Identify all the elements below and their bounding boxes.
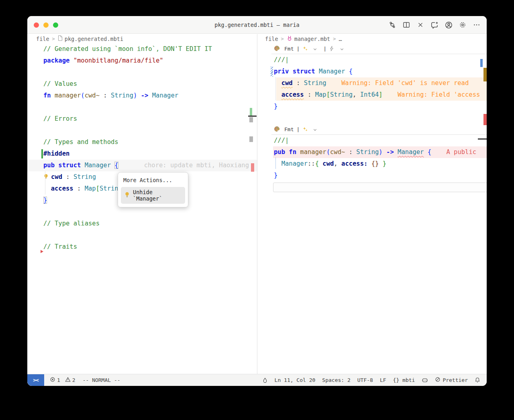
chevron-down-icon bbox=[340, 46, 347, 52]
code-token: String bbox=[73, 173, 96, 181]
code-line[interactable]: #hidden bbox=[27, 148, 257, 160]
breadcrumb: file > pkg.generated.mbti bbox=[27, 34, 257, 43]
source-control-graph-icon[interactable] bbox=[388, 20, 397, 29]
code-line[interactable]: // Errors bbox=[27, 113, 257, 125]
breadcrumb-more[interactable]: … bbox=[339, 36, 342, 42]
code-token: Fmt bbox=[284, 126, 294, 132]
code-token: cwd~ bbox=[85, 92, 100, 99]
code-token: cwd bbox=[322, 160, 334, 167]
moonbit-rabbit-icon bbox=[287, 35, 292, 43]
code-line[interactable]: Manager::{ cwd, access: {} } bbox=[257, 158, 487, 170]
breadcrumb-root[interactable]: file bbox=[265, 36, 278, 42]
code-token: priv bbox=[274, 68, 289, 75]
code-line[interactable]: access : Map[String, Int64] Warning: Fie… bbox=[257, 89, 487, 101]
popup-header: More Actions... bbox=[121, 176, 185, 187]
encoding[interactable]: UTF-8 bbox=[357, 377, 373, 383]
close-icon[interactable] bbox=[416, 20, 425, 29]
account-icon[interactable] bbox=[444, 20, 453, 29]
code-token bbox=[51, 92, 55, 99]
code-line[interactable]: // Traits bbox=[27, 241, 257, 253]
code-token: Warning: Field 'access bbox=[398, 91, 480, 98]
copilot-icon[interactable] bbox=[422, 377, 428, 383]
more-actions-icon[interactable] bbox=[472, 20, 481, 29]
breadcrumb-file[interactable]: manager.mbt bbox=[287, 35, 330, 43]
lightning-icon bbox=[329, 46, 337, 52]
breadcrumb-file[interactable]: pkg.generated.mbti bbox=[58, 35, 123, 42]
palette-icon bbox=[274, 126, 281, 132]
code-action-popup: More Actions... Unhide `Manager` bbox=[118, 172, 188, 207]
code-token: Manager bbox=[85, 162, 111, 169]
code-token: : bbox=[62, 173, 73, 181]
code-token: Manager bbox=[281, 160, 308, 167]
remote-indicator[interactable]: >< bbox=[27, 374, 44, 386]
code-token: : bbox=[293, 79, 304, 87]
code-token: // Errors bbox=[43, 115, 77, 122]
indentation[interactable]: Spaces: 2 bbox=[322, 377, 350, 383]
code-token: | bbox=[296, 126, 300, 132]
breadcrumb-file-label: pkg.generated.mbti bbox=[65, 36, 123, 42]
code-token: // Types and methods bbox=[43, 138, 118, 146]
split-editor-icon[interactable] bbox=[402, 20, 411, 29]
code-line[interactable]: priv struct Manager { bbox=[257, 66, 487, 77]
problems-indicator[interactable]: 1 2 bbox=[50, 377, 75, 383]
overview-gray-marker bbox=[249, 117, 253, 122]
code-token: : bbox=[100, 92, 111, 99]
code-line[interactable]: // Generated using `moon info`, DON'T ED… bbox=[27, 43, 257, 55]
code-token: [ bbox=[326, 91, 330, 98]
code-token: "moonbitlang/maria/file" bbox=[73, 57, 163, 64]
indent-guide bbox=[275, 77, 276, 100]
error-icon bbox=[50, 377, 55, 383]
settings-gear-icon[interactable] bbox=[458, 20, 467, 29]
code-token bbox=[431, 148, 446, 156]
code-token: Manager bbox=[398, 148, 424, 156]
code-token bbox=[111, 162, 114, 169]
code-token: : bbox=[345, 148, 356, 156]
code-line[interactable]: package "moonbitlang/maria/file" bbox=[27, 55, 257, 67]
popup-item-unhide[interactable]: Unhide `Manager` bbox=[121, 187, 185, 204]
code-area-left: // Generated using `moon info`, DON'T ED… bbox=[27, 43, 257, 253]
code-token: Int64 bbox=[360, 91, 379, 98]
code-line[interactable]: // Values bbox=[27, 78, 257, 90]
droplet-icon[interactable] bbox=[262, 377, 268, 383]
code-line[interactable]: ///| bbox=[257, 54, 487, 66]
code-line[interactable]: pub fn manager(cwd~ : String) -> Manager… bbox=[257, 146, 487, 158]
code-token: Map bbox=[315, 91, 326, 98]
codelens[interactable]: Fmt| bbox=[257, 124, 487, 134]
code-line[interactable]: cwd : String Warning: Field 'cwd' is nev… bbox=[257, 77, 487, 89]
indent-guide bbox=[45, 171, 45, 195]
cursor-position[interactable]: Ln 11, Col 20 bbox=[275, 377, 316, 383]
vim-mode-indicator[interactable]: -- NORMAL -- bbox=[83, 377, 120, 383]
code-line[interactable]: } bbox=[257, 101, 487, 112]
code-token: struct bbox=[293, 68, 315, 75]
code-token bbox=[148, 92, 152, 99]
code-line[interactable]: // Type aliases bbox=[27, 218, 257, 229]
code-token bbox=[383, 91, 398, 98]
breadcrumb-root[interactable]: file bbox=[36, 36, 49, 42]
chevron-down-icon bbox=[313, 46, 320, 52]
overview-cursor-marker bbox=[478, 138, 487, 140]
code-token: ) bbox=[379, 148, 382, 156]
code-token: ///| bbox=[274, 137, 289, 144]
overview-info-marker bbox=[480, 59, 483, 67]
code-token: -> bbox=[386, 148, 394, 156]
code-token: Manager bbox=[152, 92, 178, 99]
code-line[interactable]: pub struct Manager {chore: update mbti, … bbox=[27, 160, 257, 171]
codelens[interactable]: Fmt|| bbox=[257, 43, 487, 54]
code-token bbox=[326, 79, 341, 87]
notifications-bell-icon[interactable] bbox=[475, 377, 480, 383]
prettier-indicator[interactable]: Prettier bbox=[435, 377, 468, 383]
code-token: , bbox=[334, 160, 337, 167]
copilot-chat-icon[interactable] bbox=[430, 20, 439, 29]
prettier-disabled-icon bbox=[435, 377, 441, 383]
code-line[interactable]: ///| bbox=[257, 135, 487, 146]
code-token: { bbox=[428, 148, 431, 156]
code-line[interactable]: fn manager(cwd~ : String) -> Manager bbox=[27, 90, 257, 101]
code-line[interactable]: } bbox=[257, 170, 487, 181]
eol-indicator[interactable]: LF bbox=[380, 377, 386, 383]
prettier-label: Prettier bbox=[443, 377, 468, 383]
language-mode[interactable]: {} mbti bbox=[393, 377, 415, 383]
code-line[interactable]: // Types and methods bbox=[27, 136, 257, 148]
code-token bbox=[394, 148, 398, 156]
empty-cell-box[interactable] bbox=[273, 183, 487, 192]
code-token: , bbox=[353, 91, 360, 98]
